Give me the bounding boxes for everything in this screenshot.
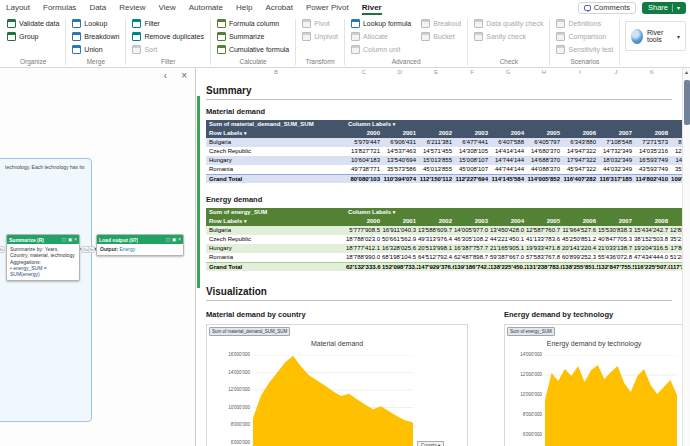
share-button[interactable]: Share ▾ bbox=[642, 2, 686, 14]
value-cell: 16'328'025.6 bbox=[382, 244, 418, 253]
load-output-node[interactable]: Load output (97) ▢ ▣ × Output: Energy In bbox=[96, 234, 184, 256]
value-cell: 60'899'252.3 bbox=[562, 253, 598, 262]
ribbon-button-lookup-formula[interactable]: Lookup formula bbox=[349, 17, 413, 30]
ribbon-tab-acrobat[interactable]: Acrobat bbox=[265, 0, 293, 15]
y-tick-label: 8'000'000 bbox=[207, 422, 250, 427]
column-header-d[interactable]: D bbox=[395, 69, 405, 75]
ribbon-button-lookup[interactable]: Lookup bbox=[70, 17, 121, 30]
value-cell: 18'032'349 bbox=[598, 156, 634, 165]
value-cell: 18'788'990.0 bbox=[346, 253, 382, 262]
value-cell: 55'436'072.8 bbox=[598, 253, 634, 262]
chevron-down-icon[interactable]: ▾ bbox=[677, 4, 680, 11]
close-icon[interactable]: × bbox=[181, 71, 187, 81]
ribbon-tab-formulas[interactable]: Formulas bbox=[43, 0, 76, 15]
ribbon-button-union[interactable]: Union bbox=[70, 43, 121, 56]
y-tick-label: 8'000'000 bbox=[505, 412, 542, 417]
energy-demand-chart[interactable]: Sum of energy_SUM Energy demand by techn… bbox=[504, 324, 682, 446]
year-header-cell: 2000 bbox=[346, 217, 382, 226]
grand-total-cell: 110'394'074 bbox=[382, 175, 418, 183]
group-divider bbox=[467, 19, 468, 65]
value-cell: 45'250'851.2 bbox=[562, 235, 598, 244]
material-demand-pivot-table[interactable]: Sum of material_demand_SUM_SUMColumn Lab… bbox=[206, 120, 682, 183]
filter-dropdown-icon[interactable]: ▾ bbox=[393, 209, 396, 215]
value-cell: 14'035'216 bbox=[634, 147, 670, 156]
ribbon-button-summarize[interactable]: Summarize bbox=[215, 30, 291, 43]
value-cell: 49'313'976.4 bbox=[418, 235, 454, 244]
value-cell: 38'152'503.8 bbox=[634, 235, 670, 244]
ribbon-tab-river[interactable]: River bbox=[362, 0, 382, 15]
ribbon-tab-view[interactable]: View bbox=[159, 0, 176, 15]
ribbon-button-sort: Sort bbox=[130, 43, 206, 56]
column-labels-filter[interactable]: Column Labels ▾ bbox=[346, 208, 682, 217]
main-area: ‹ × technology. Each technology has its … bbox=[0, 68, 690, 446]
ribbon-group-label: Scenarios bbox=[554, 58, 615, 67]
delete-icon[interactable]: × bbox=[74, 237, 77, 242]
value-cell: 12'880'421.4 bbox=[670, 226, 682, 235]
ribbon-button-data-quality-check: Data quality check bbox=[472, 17, 545, 30]
pivot-row: Sum of energy_SUMColumn Labels ▾ bbox=[206, 208, 682, 217]
column-header-i[interactable]: I bbox=[575, 69, 585, 75]
summarize-node[interactable]: Summarize (R) ▢ ▣ × Summarize by: Years,… bbox=[6, 234, 80, 281]
ribbon-button-filter[interactable]: Filter bbox=[130, 17, 206, 30]
scroll-up-icon[interactable]: ▴ bbox=[683, 68, 690, 76]
ribbon-button-group[interactable]: Group bbox=[5, 30, 61, 43]
ribbon-button-bucket: Bucket bbox=[419, 30, 463, 43]
ribbon-button-breakdown[interactable]: Breakdown bbox=[70, 30, 121, 43]
pivot-field-button[interactable]: Sum of material_demand_SUM_SUM bbox=[209, 327, 290, 336]
row-labels-filter[interactable]: Row Labels ▾ bbox=[206, 217, 346, 226]
row-labels-filter[interactable]: Row Labels ▾ bbox=[206, 129, 346, 138]
ribbon-tab-power-pivot[interactable]: Power Pivot bbox=[306, 0, 349, 15]
chevron-left-icon[interactable]: ‹ bbox=[164, 71, 167, 81]
column-header-h[interactable]: H bbox=[539, 69, 549, 75]
grand-total-cell: 109'308'235 bbox=[670, 175, 682, 183]
pivot-field-button[interactable]: Sum of energy_SUM bbox=[507, 327, 555, 336]
ribbon-tab-data[interactable]: Data bbox=[89, 0, 106, 15]
row-label-cell: Bulgaria bbox=[206, 226, 346, 235]
ribbon-button-remove-duplicates[interactable]: Remove duplicates bbox=[130, 30, 206, 43]
legend-field-button[interactable]: Country ▾ bbox=[417, 441, 444, 446]
ribbon-button-formula-column[interactable]: Formula column bbox=[215, 17, 291, 30]
material-demand-chart[interactable]: Sum of material_demand_SUM_SUM Material … bbox=[206, 324, 468, 446]
ribbon-button-validate-data[interactable]: Validate data bbox=[5, 17, 61, 30]
edit-icon[interactable]: ▣ bbox=[68, 237, 72, 242]
duplicate-icon[interactable]: ▢ bbox=[62, 237, 66, 242]
ribbon-button-label: Formula column bbox=[229, 20, 279, 27]
column-header-e[interactable]: E bbox=[431, 69, 441, 75]
filter-dropdown-icon[interactable]: ▾ bbox=[244, 218, 247, 224]
ribbon-tab-help[interactable]: Help bbox=[236, 0, 252, 15]
value-cell: 16'911'040.3 bbox=[382, 226, 418, 235]
grand-total-label: Grand Total bbox=[206, 263, 346, 271]
ribbon-tab-review[interactable]: Review bbox=[119, 0, 145, 15]
column-header-g[interactable]: G bbox=[503, 69, 513, 75]
ribbon-tab-layout[interactable]: Layout bbox=[6, 0, 30, 15]
scrollbar-thumb[interactable] bbox=[684, 80, 690, 125]
energy-demand-pivot-table[interactable]: Sum of energy_SUMColumn Labels ▾Row Labe… bbox=[206, 208, 682, 271]
flow-group-box[interactable]: technology. Each technology has its bbox=[0, 158, 92, 422]
column-header-k[interactable]: K bbox=[647, 69, 657, 75]
ribbon-button-cumulative-formula[interactable]: Cumulative formula bbox=[215, 43, 291, 56]
filter-dropdown-icon[interactable]: ▾ bbox=[244, 130, 247, 136]
column-header-j[interactable]: J bbox=[611, 69, 621, 75]
delete-icon[interactable]: × bbox=[178, 237, 181, 242]
column-labels-filter[interactable]: Column Labels ▾ bbox=[346, 120, 682, 129]
year-header-cell: 2005 bbox=[526, 217, 562, 226]
input-port[interactable]: In bbox=[0, 246, 5, 253]
column-header-c[interactable]: C bbox=[359, 69, 369, 75]
duplicate-icon[interactable]: ▢ bbox=[166, 237, 170, 242]
sensitivity-test-icon bbox=[556, 45, 565, 54]
value-cell: 14'744'144 bbox=[490, 156, 526, 165]
cumulative-formula-icon bbox=[217, 45, 226, 54]
ribbon-tab-automate[interactable]: Automate bbox=[189, 0, 223, 15]
vertical-scrollbar[interactable]: ▴ bbox=[682, 68, 690, 446]
column-header-b[interactable]: B bbox=[271, 69, 281, 75]
edit-icon[interactable]: ▣ bbox=[172, 237, 176, 242]
input-port[interactable]: In bbox=[88, 246, 95, 253]
comments-button[interactable]: Comments bbox=[578, 2, 636, 14]
value-cell: 14'688'370 bbox=[526, 156, 562, 165]
spreadsheet[interactable]: BCDEFGHIJKL Summary Material demand Sum … bbox=[196, 68, 682, 446]
river-tools-button[interactable]: River tools ▾ bbox=[625, 21, 686, 51]
filter-dropdown-icon[interactable]: ▾ bbox=[393, 121, 396, 127]
comparison-icon bbox=[556, 32, 565, 41]
allocate-icon bbox=[351, 32, 360, 41]
column-header-f[interactable]: F bbox=[467, 69, 477, 75]
